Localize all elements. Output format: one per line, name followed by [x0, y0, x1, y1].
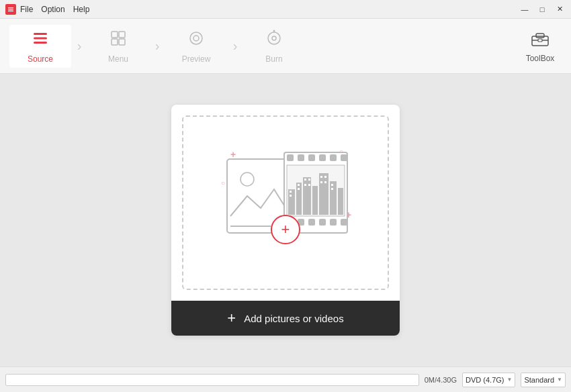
- svg-rect-32: [308, 219, 315, 226]
- svg-point-14: [273, 30, 275, 32]
- chevron-sep-3: ›: [230, 25, 240, 68]
- title-bar-left: File Option Help: [5, 4, 89, 15]
- source-icon: [31, 29, 50, 52]
- drop-illustration: + ○ ○ +: [218, 142, 353, 263]
- tab-menu[interactable]: Menu: [85, 22, 152, 70]
- toolbox-icon: [530, 30, 550, 51]
- svg-rect-25: [298, 154, 304, 161]
- svg-rect-16: [536, 34, 544, 38]
- tab-source[interactable]: Source: [7, 22, 74, 70]
- drop-zone[interactable]: + ○ ○ +: [182, 115, 389, 290]
- svg-rect-48: [304, 179, 306, 181]
- svg-rect-49: [308, 179, 310, 181]
- svg-rect-28: [330, 154, 337, 161]
- window-controls: — □ ✕: [516, 2, 568, 17]
- svg-point-10: [190, 32, 202, 44]
- toolbar: Source › Menu ›: [0, 19, 571, 74]
- add-plus-icon: +: [227, 309, 236, 327]
- title-bar: File Option Help — □ ✕: [0, 0, 571, 19]
- svg-rect-2: [8, 10, 13, 11]
- svg-rect-42: [330, 181, 337, 215]
- svg-point-12: [268, 32, 280, 44]
- svg-rect-29: [341, 154, 347, 161]
- svg-rect-3: [34, 33, 47, 35]
- plus-circle: +: [271, 215, 300, 244]
- svg-rect-26: [308, 154, 315, 161]
- chevron-sep-1: ›: [74, 25, 85, 68]
- tab-burn[interactable]: Burn: [240, 22, 308, 70]
- drop-card: + ○ ○ +: [171, 105, 400, 336]
- svg-rect-4: [34, 37, 47, 39]
- svg-rect-51: [308, 184, 310, 186]
- progress-text: 0M/4.30G: [425, 376, 457, 384]
- svg-rect-18: [538, 39, 542, 42]
- svg-rect-8: [112, 39, 118, 45]
- add-button[interactable]: + Add pictures or videos: [171, 301, 400, 336]
- svg-rect-27: [319, 154, 326, 161]
- nav-tabs: Source › Menu ›: [7, 19, 516, 73]
- maximize-button[interactable]: □: [533, 2, 551, 17]
- svg-rect-41: [319, 173, 328, 215]
- burn-nav-icon: [265, 29, 283, 52]
- svg-rect-40: [312, 186, 318, 215]
- svg-rect-56: [331, 184, 333, 186]
- svg-rect-43: [338, 188, 343, 215]
- close-button[interactable]: ✕: [551, 2, 568, 17]
- svg-rect-47: [298, 188, 300, 190]
- svg-rect-33: [319, 219, 326, 226]
- menu-items: File Option Help: [20, 5, 89, 14]
- preview-label: Preview: [182, 54, 211, 64]
- svg-rect-50: [304, 184, 306, 186]
- svg-rect-53: [324, 176, 326, 178]
- svg-rect-57: [331, 188, 333, 190]
- menu-tab-label: Menu: [108, 54, 128, 64]
- svg-rect-55: [324, 181, 326, 183]
- svg-rect-5: [34, 42, 47, 44]
- toolbox-label: ToolBox: [526, 54, 555, 63]
- svg-rect-37: [288, 189, 295, 215]
- disc-type-arrow: ▼: [507, 377, 513, 383]
- toolbox-button[interactable]: ToolBox: [516, 19, 564, 73]
- menu-file[interactable]: File: [20, 5, 33, 14]
- svg-rect-38: [296, 183, 302, 215]
- quality-label: Standard: [524, 376, 554, 384]
- quality-arrow: ▼: [557, 377, 562, 383]
- menu-nav-icon: [109, 29, 128, 52]
- svg-rect-35: [341, 219, 347, 226]
- chevron-sep-2: ›: [152, 25, 163, 68]
- progress-bar: [5, 374, 419, 386]
- burn-label: Burn: [265, 54, 282, 64]
- disc-type-label: DVD (4.7G): [466, 376, 504, 384]
- svg-rect-46: [298, 184, 300, 186]
- add-label: Add pictures or videos: [244, 313, 343, 324]
- svg-rect-44: [290, 191, 292, 193]
- disc-type-select[interactable]: DVD (4.7G) ▼: [462, 373, 515, 387]
- quality-select[interactable]: Standard ▼: [521, 373, 566, 387]
- plus-icon: +: [281, 222, 290, 237]
- minimize-button[interactable]: —: [516, 2, 533, 17]
- app-icon: [5, 4, 16, 15]
- menu-option[interactable]: Option: [41, 5, 64, 14]
- svg-rect-6: [112, 32, 118, 38]
- svg-rect-1: [8, 9, 13, 9]
- svg-point-13: [272, 36, 276, 40]
- svg-rect-9: [119, 39, 125, 45]
- svg-rect-7: [119, 32, 125, 38]
- svg-point-11: [193, 36, 199, 41]
- tab-preview[interactable]: Preview: [163, 22, 230, 70]
- svg-rect-24: [287, 154, 294, 161]
- svg-rect-0: [8, 7, 13, 8]
- svg-rect-45: [290, 195, 292, 197]
- status-bar: 0M/4.30G DVD (4.7G) ▼ Standard ▼: [0, 366, 571, 392]
- svg-rect-34: [330, 219, 337, 226]
- main-content: + ○ ○ +: [0, 74, 571, 366]
- svg-rect-54: [320, 181, 322, 183]
- svg-rect-52: [320, 176, 322, 178]
- preview-nav-icon: [187, 29, 206, 52]
- svg-rect-39: [303, 177, 311, 215]
- menu-help[interactable]: Help: [73, 5, 90, 14]
- source-label: Source: [28, 54, 53, 64]
